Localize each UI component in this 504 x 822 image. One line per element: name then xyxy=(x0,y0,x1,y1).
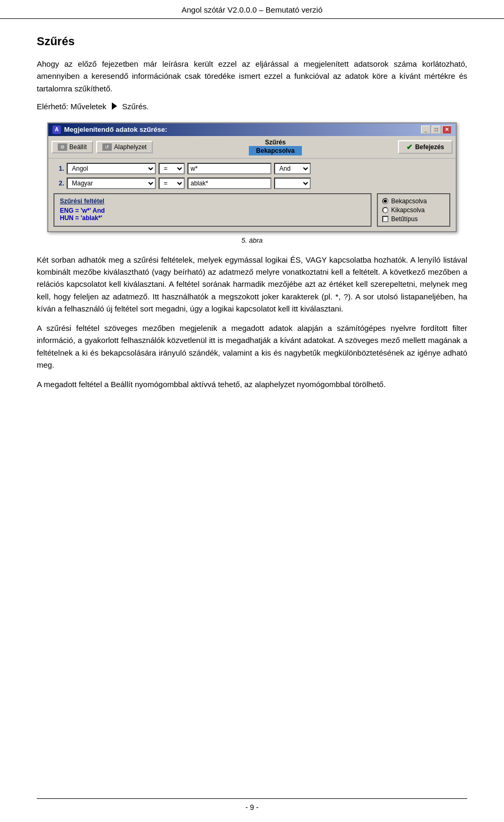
row2-value-input[interactable] xyxy=(187,178,271,189)
section-title: Szűrés xyxy=(37,35,467,48)
radio-kikapcsolva[interactable]: Kikapcsolva xyxy=(382,206,445,214)
dialog-toolbar: ⚙ Beállít ↺ Alaphelyzet Szűrés Bekapcsol… xyxy=(48,136,456,159)
dialog-title: Megjelenítendő adatok szűrése: xyxy=(64,126,167,133)
row1-relation-select[interactable]: = xyxy=(159,163,185,174)
dialog-app-icon: A xyxy=(52,126,61,134)
minimize-button[interactable]: _ xyxy=(421,126,430,134)
alaphelyzet-button[interactable]: ↺ Alaphelyzet xyxy=(96,141,153,153)
paragraph4: A megadott feltétel a Beállít nyomógombb… xyxy=(37,378,467,390)
dialog-titlebar: A Megjelenítendő adatok szűrése: _ □ ✕ xyxy=(48,123,456,136)
row2-number: 2. xyxy=(54,180,64,187)
close-button[interactable]: ✕ xyxy=(442,126,452,134)
elerheto-line: Elérhető: Műveletek Szűrés. xyxy=(37,102,467,111)
arrow-right-icon xyxy=(112,102,117,110)
condition-title: Szűrési feltétel xyxy=(60,197,365,205)
radio-group: Bekapcsolva Kikapcsolva Betűtípus xyxy=(377,193,450,227)
content-area: Szűrés Ahogy az előző fejezetben már leí… xyxy=(0,19,504,419)
maximize-button[interactable]: □ xyxy=(432,126,441,134)
szures-label: Szűrés xyxy=(249,139,302,146)
row2-field-select[interactable]: Magyar xyxy=(67,178,156,189)
alaphelyzet-label: Alaphelyzet xyxy=(114,143,146,151)
paragraph2: Két sorban adhatók meg a szűrési feltéte… xyxy=(37,254,467,315)
toolbar-center: Szűrés Bekapcsolva xyxy=(156,139,394,155)
befejezes-button[interactable]: ✔ Befejezés xyxy=(398,140,453,154)
dialog-body: 1. Angol = And 2. Magyar xyxy=(48,159,456,231)
radio-bekapcsolva-label: Bekapcsolva xyxy=(391,197,427,205)
titlebar-left: A Megjelenítendő adatok szűrése: xyxy=(52,126,167,134)
condition-line2: HUN = 'ablak*' xyxy=(60,214,365,222)
elerheto-suffix: Szűrés. xyxy=(122,102,149,111)
checkmark-icon: ✔ xyxy=(406,143,413,151)
befejezes-label: Befejezés xyxy=(415,143,444,151)
row1-logic-select[interactable]: And xyxy=(274,163,311,174)
condition-line1: ENG = 'w*' And xyxy=(60,207,365,214)
dialog-wrapper: A Megjelenítendő adatok szűrése: _ □ ✕ ⚙… xyxy=(37,122,467,232)
radio-kikapcsolva-label: Kikapcsolva xyxy=(391,206,425,214)
page-footer: - 9 - xyxy=(37,798,467,811)
row1-field-select[interactable]: Angol xyxy=(67,163,156,174)
paragraph3: A szűrési feltétel szöveges mezőben megj… xyxy=(37,322,467,371)
page-number: - 9 - xyxy=(246,803,259,811)
szures-indicator: Szűrés Bekapcsolva xyxy=(249,139,302,155)
dialog-controls[interactable]: _ □ ✕ xyxy=(421,126,452,134)
condition-box: Szűrési feltétel ENG = 'w*' And HUN = 'a… xyxy=(54,193,372,227)
header-title: Angol szótár V2.0.0.0 – Bemutató verzió xyxy=(182,5,322,14)
radio-kikapcsolva-circle[interactable] xyxy=(382,207,388,213)
beallít-icon: ⚙ xyxy=(58,143,67,151)
figure-caption: 5. ábra xyxy=(37,236,467,244)
radio-bekapcsolva-circle[interactable] xyxy=(382,198,388,204)
alaphelyzet-icon: ↺ xyxy=(102,143,112,151)
checkbox-betutipus[interactable]: Betűtípus xyxy=(382,215,445,223)
paragraph1: Ahogy az előző fejezetben már leírásra k… xyxy=(37,58,467,95)
beallít-label: Beállít xyxy=(69,143,87,151)
elerheto-prefix: Elérhető: Műveletek xyxy=(37,102,107,111)
page-header: Angol szótár V2.0.0.0 – Bemutató verzió xyxy=(0,0,504,19)
beallít-button[interactable]: ⚙ Beállít xyxy=(51,141,93,153)
condition-area: Szűrési feltétel ENG = 'w*' And HUN = 'a… xyxy=(54,193,450,227)
filter-dialog: A Megjelenítendő adatok szűrése: _ □ ✕ ⚙… xyxy=(47,122,457,232)
bekapcsolva-label: Bekapcsolva xyxy=(249,146,302,155)
checkbox-betutipus-label: Betűtípus xyxy=(391,215,418,223)
row2-relation-select[interactable]: = xyxy=(159,178,185,189)
row1-value-input[interactable] xyxy=(187,163,271,174)
row1-number: 1. xyxy=(54,165,64,172)
checkbox-betutipus-box[interactable] xyxy=(382,216,388,222)
filter-row-2: 2. Magyar = xyxy=(54,178,450,189)
row2-logic-select[interactable] xyxy=(274,178,311,189)
filter-row-1: 1. Angol = And xyxy=(54,163,450,174)
radio-bekapcsolva[interactable]: Bekapcsolva xyxy=(382,197,445,205)
